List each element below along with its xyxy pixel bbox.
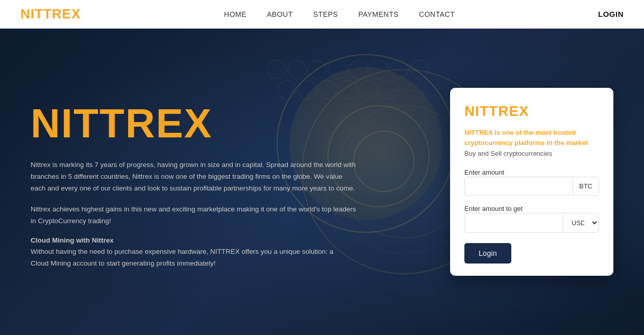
hero-card: NITTREX NITTREX is one of the most trust…: [450, 88, 613, 276]
hero-description-2: Nittrex achieves highest gains in this n…: [31, 204, 357, 227]
navbar-links: HOME ABOUT STEPS PAYMENTS CONTACT: [224, 10, 455, 19]
navbar-logo[interactable]: NITTREX: [20, 6, 81, 22]
card-brand-highlight: NITTREX: [464, 129, 493, 136]
card-btc-currency: BTC: [573, 177, 599, 195]
svg-point-3: [267, 60, 286, 79]
card-amount-label: Enter amount: [464, 169, 504, 176]
svg-point-7: [349, 60, 367, 79]
hero-cloud-title: Cloud Mining with Nittrex: [31, 236, 398, 244]
hero-section: NITTREX Nittrex is marking its 7 years o…: [0, 29, 644, 335]
card-get-label: Enter amount to get: [464, 205, 523, 212]
hero-content: NITTREX Nittrex is marking its 7 years o…: [0, 88, 644, 276]
card-subtitle: Buy and Sell cryptocurrencies: [464, 150, 599, 157]
card-logo: NITTREX: [464, 103, 599, 119]
card-login-button[interactable]: Login: [464, 243, 511, 264]
card-get-row: USD EUR GBP BTC ETH: [464, 213, 599, 233]
hero-description-1: Nittrex is marking its 7 years of progre…: [31, 159, 357, 195]
nav-about[interactable]: ABOUT: [267, 10, 293, 18]
navbar-login-link[interactable]: LOGIN: [598, 10, 624, 18]
nav-contact[interactable]: CONTACT: [419, 10, 455, 18]
nav-payments[interactable]: PAYMENTS: [358, 10, 399, 18]
nav-home[interactable]: HOME: [224, 10, 246, 18]
card-get-input[interactable]: [465, 213, 563, 232]
svg-point-6: [329, 60, 347, 79]
svg-point-5: [308, 60, 327, 79]
card-amount-row: BTC: [464, 177, 599, 196]
svg-point-4: [288, 60, 306, 79]
hero-left: NITTREX Nittrex is marking its 7 years o…: [31, 88, 398, 270]
card-amount-input[interactable]: [465, 177, 573, 195]
nav-steps[interactable]: STEPS: [313, 10, 338, 18]
navbar: NITTREX HOME ABOUT STEPS PAYMENTS CONTAC…: [0, 0, 644, 29]
card-currency-select[interactable]: USD EUR GBP BTC ETH: [563, 213, 599, 232]
hero-title: NITTREX: [31, 103, 398, 144]
hero-cloud-desc: Without having the need to purchase expe…: [31, 246, 337, 270]
card-tagline: NITTREX is one of the most trusted crypt…: [464, 128, 599, 148]
